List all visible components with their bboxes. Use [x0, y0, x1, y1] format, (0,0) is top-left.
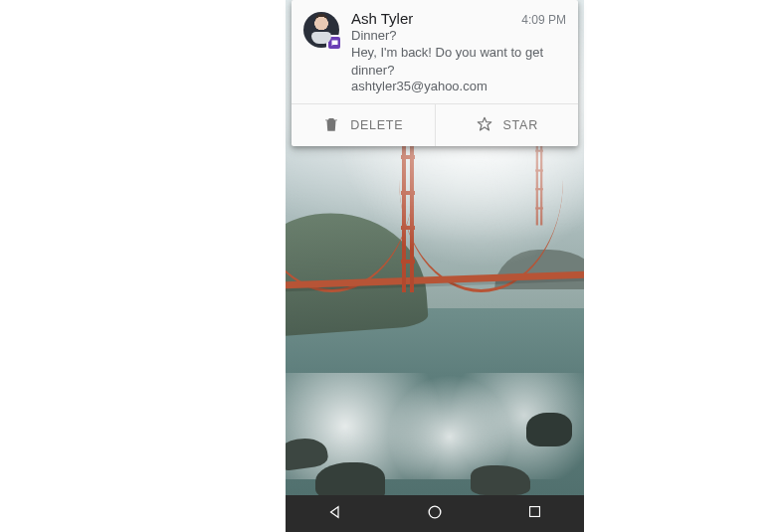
star-icon [476, 115, 493, 136]
star-button[interactable]: STAR [435, 104, 579, 146]
nav-recents-button[interactable] [514, 495, 554, 532]
timestamp: 4:09 PM [521, 13, 566, 27]
delete-button[interactable]: DELETE [292, 104, 435, 146]
svg-rect-1 [529, 507, 539, 517]
sender-avatar [303, 12, 339, 48]
svg-point-0 [429, 506, 441, 518]
star-label: STAR [503, 118, 538, 132]
nav-home-button[interactable] [415, 495, 455, 532]
recents-square-icon [526, 503, 543, 524]
notification-actions: DELETE STAR [292, 103, 578, 146]
sender-name: Ash Tyler [351, 10, 513, 27]
trash-icon [322, 115, 340, 136]
email-subject: Dinner? [351, 28, 566, 43]
email-notification-card[interactable]: Ash Tyler 4:09 PM Dinner? Hey, I'm back!… [292, 0, 578, 146]
app-badge-icon [326, 35, 342, 51]
back-triangle-icon [326, 503, 344, 525]
delete-label: DELETE [350, 118, 403, 132]
email-preview: Hey, I'm back! Do you want to get dinner… [351, 44, 566, 79]
nav-back-button[interactable] [315, 495, 355, 532]
android-navbar [286, 495, 584, 532]
phone-frame: Ash Tyler 4:09 PM Dinner? Hey, I'm back!… [286, 0, 584, 532]
email-address: ashtyler35@yahoo.com [351, 79, 566, 93]
home-circle-icon [425, 502, 445, 526]
